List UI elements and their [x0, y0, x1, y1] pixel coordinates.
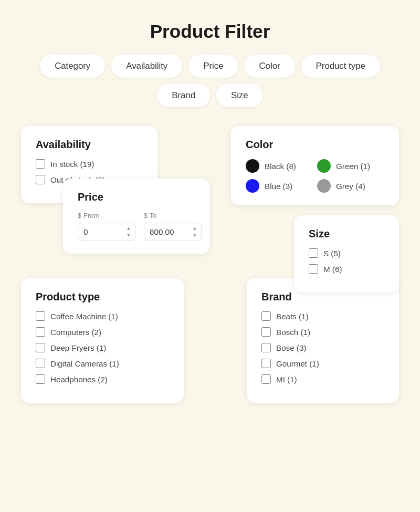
- brand-item-1: Bosch (1): [261, 327, 384, 337]
- color-label-0: Black (8): [265, 162, 296, 171]
- brand-label-2: Bose (3): [276, 343, 306, 352]
- color-dot-3: [317, 179, 331, 193]
- product-type-title: Product type: [36, 291, 169, 303]
- price-from-label: $ From: [78, 212, 135, 220]
- availability-label-0: In stock (19): [50, 160, 94, 169]
- availability-title: Availability: [36, 139, 143, 151]
- cards-area: Availability In stock (19)Out of stock (…: [21, 126, 399, 467]
- size-label-0: S (5): [323, 249, 341, 258]
- product-type-label-3: Digital Cameras (1): [50, 359, 119, 368]
- price-row: $ From ▲ ▼ $ To ▲ ▼: [78, 212, 195, 241]
- price-to-down[interactable]: ▼: [191, 232, 198, 238]
- filter-tag-color[interactable]: Color: [244, 55, 295, 78]
- brand-card: Brand Beats (1)Bosch (1)Bose (3)Gourmet …: [247, 278, 399, 403]
- product-type-item-1: Computers (2): [36, 327, 169, 337]
- price-title: Price: [78, 191, 195, 203]
- price-from-field: $ From ▲ ▼: [78, 212, 135, 241]
- filter-tag-price[interactable]: Price: [188, 55, 238, 78]
- product-type-checkbox-1[interactable]: [36, 327, 45, 337]
- product-type-checkbox-2[interactable]: [36, 343, 45, 352]
- size-item-0: S (5): [309, 248, 384, 258]
- filter-tag-product_type[interactable]: Product type: [301, 55, 380, 78]
- brand-checkbox-0[interactable]: [261, 311, 271, 321]
- price-to-up[interactable]: ▲: [191, 225, 198, 232]
- color-title: Color: [246, 139, 384, 151]
- availability-item-0: In stock (19): [36, 159, 143, 169]
- brand-checkbox-1[interactable]: [261, 327, 271, 337]
- product-type-checkbox-4[interactable]: [36, 374, 45, 384]
- color-label-1: Green (1): [336, 162, 370, 171]
- color-item-0: Black (8): [246, 159, 313, 173]
- size-item-1: M (6): [309, 264, 384, 274]
- color-item-1: Green (1): [317, 159, 384, 173]
- price-card: Price $ From ▲ ▼ $ To ▲ ▼: [63, 179, 210, 254]
- filter-tag-brand[interactable]: Brand: [157, 84, 210, 107]
- size-checkbox-0[interactable]: [309, 248, 318, 258]
- brand-item-4: MI (1): [261, 374, 384, 384]
- product-type-label-0: Coffee Machine (1): [50, 312, 118, 321]
- size-card: Size S (5)M (6): [294, 215, 399, 292]
- product-type-item-3: Digital Cameras (1): [36, 359, 169, 368]
- brand-label-1: Bosch (1): [276, 328, 310, 337]
- color-item-3: Grey (4): [317, 179, 384, 193]
- color-items: Black (8)Green (1)Blue (3)Grey (4): [246, 159, 384, 193]
- color-label-2: Blue (3): [265, 182, 292, 191]
- price-to-spinners[interactable]: ▲ ▼: [191, 225, 198, 238]
- product-type-label-4: Headphones (2): [50, 375, 108, 384]
- size-checkbox-1[interactable]: [309, 264, 318, 274]
- brand-checkbox-3[interactable]: [261, 359, 271, 368]
- product-type-item-0: Coffee Machine (1): [36, 311, 169, 321]
- product-type-items: Coffee Machine (1)Computers (2)Deep Frye…: [36, 311, 169, 384]
- price-from-spinners[interactable]: ▲ ▼: [125, 225, 132, 238]
- filter-tag-category[interactable]: Category: [40, 55, 105, 78]
- product-type-checkbox-0[interactable]: [36, 311, 45, 321]
- color-item-2: Blue (3): [246, 179, 313, 193]
- brand-item-3: Gourmet (1): [261, 359, 384, 368]
- brand-items: Beats (1)Bosch (1)Bose (3)Gourmet (1)MI …: [261, 311, 384, 384]
- brand-title: Brand: [261, 291, 384, 303]
- brand-item-2: Bose (3): [261, 343, 384, 352]
- color-dot-2: [246, 179, 259, 193]
- price-from-down[interactable]: ▼: [125, 232, 132, 238]
- price-from-up[interactable]: ▲: [125, 225, 132, 232]
- product-type-checkbox-3[interactable]: [36, 359, 45, 368]
- size-label-1: M (6): [323, 265, 342, 274]
- product-type-label-1: Computers (2): [50, 328, 101, 337]
- availability-checkbox-0[interactable]: [36, 159, 45, 169]
- color-dot-1: [317, 159, 331, 173]
- filter-tag-size[interactable]: Size: [216, 84, 263, 107]
- color-label-3: Grey (4): [336, 182, 365, 191]
- size-title: Size: [309, 228, 384, 240]
- brand-label-4: MI (1): [276, 375, 297, 384]
- color-card: Color Black (8)Green (1)Blue (3)Grey (4): [231, 126, 399, 205]
- color-dot-0: [246, 159, 259, 173]
- brand-checkbox-4[interactable]: [261, 374, 271, 384]
- brand-checkbox-2[interactable]: [261, 343, 271, 352]
- product-type-item-2: Deep Fryers (1): [36, 343, 169, 352]
- brand-item-0: Beats (1): [261, 311, 384, 321]
- product-type-card: Product type Coffee Machine (1)Computers…: [21, 278, 184, 403]
- price-to-field: $ To ▲ ▼: [144, 212, 202, 241]
- price-to-wrap: ▲ ▼: [144, 223, 202, 241]
- product-type-label-2: Deep Fryers (1): [50, 343, 106, 352]
- brand-label-0: Beats (1): [276, 312, 309, 321]
- brand-label-3: Gourmet (1): [276, 359, 319, 368]
- page-title: Product Filter: [0, 0, 420, 55]
- price-from-wrap: ▲ ▼: [78, 223, 135, 241]
- availability-checkbox-1[interactable]: [36, 175, 45, 184]
- filter-tag-availability[interactable]: Availability: [111, 55, 182, 78]
- filter-tags-container: CategoryAvailabilityPriceColorProduct ty…: [0, 55, 420, 126]
- price-to-label: $ To: [144, 212, 202, 220]
- product-type-item-4: Headphones (2): [36, 374, 169, 384]
- size-items: S (5)M (6): [309, 248, 384, 274]
